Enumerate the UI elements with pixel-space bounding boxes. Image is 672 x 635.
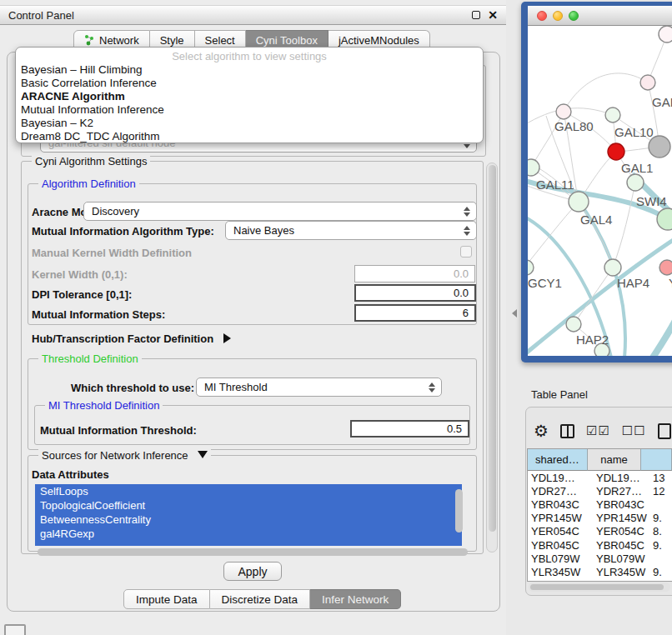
mi-threshold-group-title: MI Threshold Definition [45, 399, 163, 412]
table-cell: YDL19… [528, 472, 591, 484]
checked-columns-icon[interactable]: ☑☑ [586, 423, 610, 438]
network-node[interactable] [566, 317, 581, 332]
attributes-list-hscrollbar[interactable] [38, 548, 468, 556]
network-canvas[interactable]: GALGAL80GAL10GAL1GAL11GAL4SWI4GCY1HAP4YH… [528, 26, 672, 356]
attribute-list-item[interactable]: BetweennessCentrality [35, 512, 462, 527]
apply-button-label: Apply [238, 565, 267, 578]
network-window-titlebar [528, 6, 672, 26]
unchecked-columns-icon[interactable]: ☐☐ [622, 423, 646, 438]
dpi-tolerance-value: 0.0 [454, 287, 469, 299]
dpi-tolerance-field[interactable]: 0.0 [354, 284, 476, 302]
table-row[interactable]: YBR043CYBR043C [528, 498, 672, 511]
network-node[interactable] [528, 159, 539, 176]
table-row[interactable]: YLR345WYLR345W9. [528, 565, 672, 578]
tab-cyni-toolbox-label: Cyni Toolbox [256, 34, 318, 47]
network-node-label: GAL11 [536, 178, 574, 192]
screenshot-root: Control Panel ✕ Network Style [0, 0, 672, 635]
attribute-list-item[interactable]: TopologicalCoefficient [35, 498, 462, 512]
table-row[interactable]: YDR27…YDR27…12 [528, 484, 672, 498]
table-row[interactable]: YPR145WYPR145W9. [528, 512, 672, 525]
algorithm-definition-title: Algorithm Definition [38, 178, 139, 190]
mi-steps-field[interactable]: 6 [354, 304, 476, 322]
network-node[interactable] [556, 104, 571, 119]
close-traffic-icon[interactable] [537, 11, 547, 21]
column-header-name[interactable]: name [588, 449, 641, 471]
table-cell: YBR043C [528, 498, 591, 511]
columns-icon[interactable] [560, 424, 574, 438]
table-cell: YBR045C [591, 539, 649, 552]
network-node-label: GCY1 [528, 276, 562, 290]
mi-threshold-value: 0.5 [447, 422, 462, 435]
network-node[interactable] [605, 108, 620, 122]
attributes-list-scrollbar[interactable] [455, 489, 463, 532]
which-threshold-value: MI Threshold [204, 381, 268, 393]
settings-scrollbar-thumb[interactable] [489, 165, 496, 532]
network-node[interactable] [640, 75, 655, 90]
algorithm-option[interactable]: Basic Correlation Inference [16, 77, 483, 90]
sources-group-title[interactable]: Sources for Network Inference [38, 449, 211, 462]
network-node[interactable] [604, 259, 621, 276]
which-threshold-combobox[interactable]: MI Threshold [196, 378, 442, 397]
float-window-icon[interactable] [472, 11, 480, 19]
tab-impute-data[interactable]: Impute Data [123, 589, 210, 609]
spinner-icon [464, 226, 472, 236]
which-threshold-label: Which threshold to use: [71, 382, 194, 394]
apply-button[interactable]: Apply [223, 562, 282, 581]
algorithm-option[interactable]: Bayesian – Hill Climbing [16, 63, 483, 77]
table-panel-title: Table Panel [531, 388, 588, 401]
network-node[interactable] [528, 260, 534, 275]
attribute-list-item[interactable]: SelfLoops [35, 484, 462, 498]
table-row[interactable]: YBR045CYBR045C9. [528, 538, 672, 552]
algorithm-option[interactable]: Bayesian – K2 [16, 117, 483, 130]
export-table-icon[interactable] [658, 423, 671, 439]
table-row[interactable]: YBL079WYBL079W [528, 552, 672, 565]
settings-scrollbar-track[interactable] [486, 162, 498, 552]
mi-threshold-field[interactable]: 0.5 [350, 420, 469, 438]
table-cell: YIL052C [591, 579, 649, 581]
zoom-traffic-icon[interactable] [569, 11, 579, 21]
table-cell: YER054C [591, 525, 649, 538]
minimize-traffic-icon[interactable] [553, 11, 563, 21]
panel-collapse-arrow-icon[interactable] [512, 309, 517, 318]
table-cell: YLR345W [528, 566, 591, 578]
kernel-width-field[interactable]: 0.0 [354, 265, 475, 282]
table-cell: YPR145W [591, 512, 649, 524]
table-header: shared… name [528, 449, 672, 471]
table-row[interactable]: YDL19…YDL19…13 [528, 471, 672, 484]
table-cell: 9. [649, 566, 672, 578]
algorithm-option[interactable]: ARACNE Algorithm [16, 90, 483, 103]
column-header-clipped[interactable] [641, 449, 672, 471]
gear-icon[interactable]: ⚙ [534, 422, 549, 439]
algorithm-option[interactable]: Dream8 DC_TDC Algorithm [16, 130, 483, 143]
tab-impute-data-label: Impute Data [136, 593, 198, 606]
table-row[interactable]: YER054CYER054C8. [528, 525, 672, 538]
table-row[interactable]: YIL052CYIL052C9 [528, 579, 672, 582]
network-node[interactable] [659, 26, 672, 42]
expanded-arrow-icon [198, 451, 208, 458]
hub-section-toggle[interactable]: Hub/Transcription Factor Definition [32, 332, 231, 345]
close-icon[interactable]: ✕ [488, 11, 498, 19]
column-header-shared-name[interactable]: shared… [528, 449, 588, 471]
table-hscrollbar[interactable] [529, 582, 670, 592]
tab-infer-network[interactable]: Infer Network [310, 589, 401, 609]
network-node[interactable] [659, 260, 672, 275]
algorithm-option[interactable]: Mutual Information Inference [16, 103, 483, 117]
network-view-window[interactable]: GALGAL80GAL10GAL1GAL11GAL4SWI4GCY1HAP4YH… [521, 2, 672, 362]
tab-discretize-data[interactable]: Discretize Data [210, 589, 311, 609]
manual-kernel-checkbox[interactable] [460, 246, 472, 258]
network-node[interactable] [569, 192, 589, 212]
network-node[interactable] [608, 143, 624, 160]
aracne-mode-combobox[interactable]: Discovery [83, 202, 477, 221]
clipped-corner-button[interactable] [4, 624, 26, 635]
aracne-mode-value: Discovery [92, 205, 139, 218]
table-hscrollbar-thumb[interactable] [530, 584, 664, 590]
table-cell: YDL19… [591, 472, 649, 484]
table-cell: YBL079W [528, 552, 591, 565]
node-table: shared… name YDL19…YDL19…13YDR27…YDR27…1… [527, 448, 672, 582]
network-node-label: HAP2 [576, 332, 609, 347]
attribute-list-item[interactable]: gal4RGexp [35, 527, 462, 541]
mi-type-combobox[interactable]: Naive Bayes [225, 221, 477, 240]
network-node[interactable] [627, 174, 644, 191]
control-panel-titlebar: Control Panel ✕ [0, 5, 506, 25]
network-icon [84, 34, 95, 46]
